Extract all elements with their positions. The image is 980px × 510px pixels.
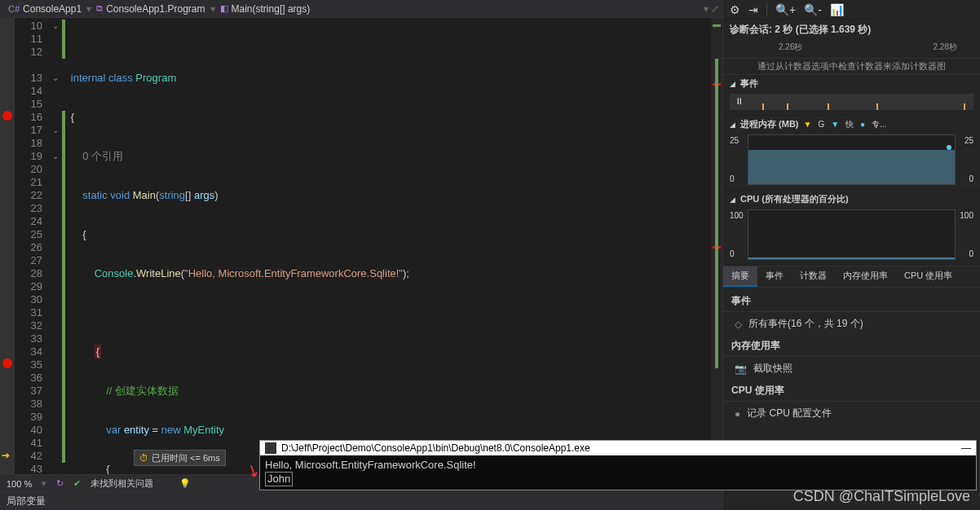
section-memory: 内存使用率	[723, 336, 980, 357]
crumb-method-label: Main(string[] args)	[232, 3, 311, 15]
breakpoint-icon[interactable]	[2, 358, 12, 368]
collapse-icon[interactable]: ◢	[730, 80, 735, 88]
console-titlebar[interactable]: D:\Jeff\Project\Demo\ConsoleApp1\bin\Deb…	[260, 441, 976, 455]
console-window: D:\Jeff\Project\Demo\ConsoleApp1\bin\Deb…	[259, 440, 977, 490]
cpu-header: CPU (所有处理器的百分比)	[740, 193, 849, 205]
console-output: Hello, Microsoft.EntityFrameworkCore.Sql…	[260, 455, 976, 490]
counters-hint: 通过从计数器选项中检查计数器来添加计数器图	[723, 58, 980, 75]
events-header: 事件	[740, 77, 758, 90]
check-icon: ✔	[73, 478, 81, 489]
collapse-icon[interactable]: ◢	[730, 196, 735, 204]
breakpoint-icon[interactable]	[2, 111, 12, 121]
all-events-row[interactable]: ◇所有事件(16 个，共 19 个)	[723, 312, 980, 336]
zoom-out-icon[interactable]: 🔍-	[804, 3, 822, 16]
record-icon: ●	[735, 408, 740, 420]
scroll-map[interactable]	[711, 18, 722, 474]
console-title-text: D:\Jeff\Project\Demo\ConsoleApp1\bin\Deb…	[281, 442, 590, 454]
fold-column[interactable]: ⌄⌄⌄⌄	[49, 18, 62, 474]
cpu-chart[interactable]: 1000 1000	[730, 209, 973, 260]
method-icon: ◧	[220, 3, 228, 14]
goto-icon[interactable]: ⇥	[748, 3, 758, 16]
watermark: CSDN @ChaITSimpleLove	[793, 488, 970, 505]
csharp-file-icon: C#	[8, 4, 20, 14]
diag-tab-2[interactable]: 计数器	[792, 266, 835, 287]
crumb-file-label: ConsoleApp1	[23, 3, 82, 15]
diag-tab-0[interactable]: 摘要	[723, 266, 757, 287]
breadcrumb: C# ConsoleApp1 ▾ ⧉ ConsoleApp1.Program ▾…	[0, 0, 722, 18]
memory-chart[interactable]: 250 250	[730, 134, 973, 185]
record-cpu-row[interactable]: ●记录 CPU 配置文件	[723, 402, 980, 425]
diag-tab-1[interactable]: 事件	[757, 266, 792, 287]
diag-tab-3[interactable]: 内存使用率	[835, 266, 896, 287]
code-editor[interactable]: ➔ 10111213141516171819202122232425262728…	[0, 18, 722, 474]
timing-tooltip: ⏱已用时间 <= 6ms	[134, 450, 226, 466]
zoom-level[interactable]: 100 %	[7, 479, 32, 489]
issues-label[interactable]: 未找到相关问题	[90, 477, 153, 490]
refresh-icon[interactable]: ↻	[56, 478, 64, 489]
breakpoint-margin[interactable]: ➔	[0, 18, 15, 474]
diag-toolbar: ⚙ ⇥ 🔍+ 🔍- 📊	[723, 0, 980, 20]
diag-tab-4[interactable]: CPU 使用率	[896, 266, 960, 287]
console-icon	[265, 442, 276, 454]
diagnostics-panel: ⚙ ⇥ 🔍+ 🔍- 📊 诊断会话: 2 秒 (已选择 1.639 秒) 2.26…	[723, 0, 980, 510]
current-line-arrow-icon: ➔	[2, 450, 10, 461]
crumb-method[interactable]: ◧ Main(string[] args)	[215, 3, 316, 15]
section-cpu: CPU 使用率	[723, 380, 980, 402]
diag-session-label: 诊断会话: 2 秒 (已选择 1.639 秒)	[723, 20, 980, 40]
events-timeline[interactable]: ⏸	[730, 94, 973, 110]
zoom-in-icon[interactable]: 🔍+	[775, 3, 796, 16]
camera-icon: 📷	[735, 363, 747, 375]
code-lens-refs[interactable]: 0 个引用	[82, 150, 123, 162]
timeline-ruler[interactable]: 2.26秒 2.28秒	[730, 42, 973, 56]
class-icon: ⧉	[96, 3, 103, 14]
snapshot-row[interactable]: 📷截取快照	[723, 357, 980, 380]
locals-panel-title[interactable]: 局部变量	[0, 492, 722, 510]
collapse-icon[interactable]: ◢	[730, 121, 735, 129]
gear-icon[interactable]: ⚙	[730, 3, 740, 16]
section-events: 事件	[723, 291, 980, 312]
crumb-class[interactable]: ⧉ ConsoleApp1.Program	[91, 3, 210, 15]
minimize-icon[interactable]: —	[961, 442, 971, 454]
crumb-class-label: ConsoleApp1.Program	[106, 3, 205, 15]
line-numbers: 1011121314151617181920212223242526272829…	[15, 18, 49, 474]
crumb-dropdown-icon[interactable]: ▾ ⤢	[704, 3, 719, 15]
pause-icon: ⏸	[735, 96, 744, 106]
crumb-file[interactable]: C# ConsoleApp1	[3, 3, 86, 15]
lightbulb-icon[interactable]: 💡	[179, 478, 191, 489]
diag-tabs: 摘要事件计数器内存使用率CPU 使用率	[723, 266, 980, 288]
chart-icon[interactable]: 📊	[830, 3, 844, 16]
memory-header: 进程内存 (MB)	[740, 118, 799, 130]
code-text-area[interactable]: internal class Program { 0 个引用 static vo…	[62, 18, 711, 474]
